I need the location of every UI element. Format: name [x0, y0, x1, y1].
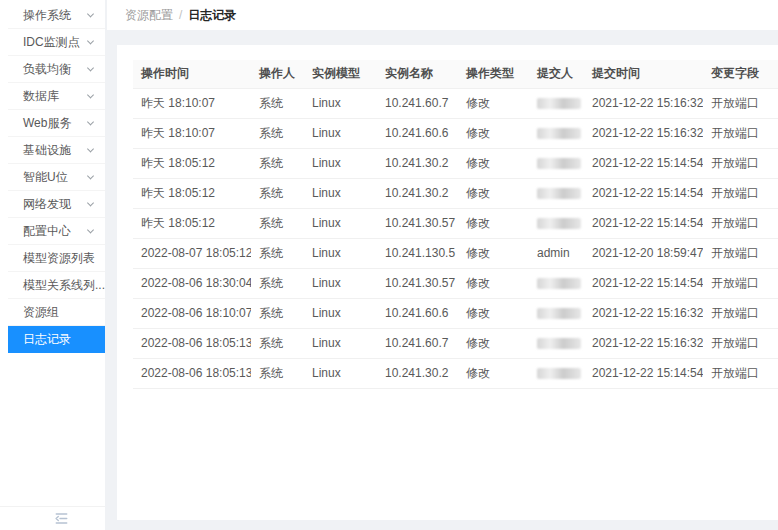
sidebar-item[interactable]: 操作系统	[8, 2, 105, 29]
cell-operator: 系统	[251, 238, 304, 268]
cell-instance-name: 10.241.60.6	[377, 298, 458, 328]
sidebar-item-label: 网络发现	[23, 196, 71, 213]
cell-submitter	[529, 328, 584, 358]
cell-operator: 系统	[251, 148, 304, 178]
column-header-operator: 操作人	[251, 60, 304, 88]
cell-submitter	[529, 358, 584, 388]
cell-instance-model: Linux	[304, 208, 377, 238]
cell-submit-time: 2021-12-22 15:14:54	[584, 268, 703, 298]
cell-instance-model: Linux	[304, 148, 377, 178]
column-header-submit-time: 提交时间	[584, 60, 703, 88]
sidebar-footer	[0, 506, 105, 530]
chevron-down-icon	[87, 91, 94, 98]
sidebar-item[interactable]: 日志记录	[8, 326, 105, 353]
cell-instance-model: Linux	[304, 238, 377, 268]
sidebar-item[interactable]: 资源组	[8, 299, 105, 326]
cell-submitter	[529, 148, 584, 178]
cell-submitter	[529, 118, 584, 148]
breadcrumb-current-page: 日志记录	[188, 7, 236, 24]
cell-operation-time: 昨天 18:10:07	[133, 118, 251, 148]
chevron-down-icon	[87, 199, 94, 206]
column-header-changed-field: 变更字段	[703, 60, 778, 88]
sidebar: 操作系统 IDC监测点 负载均衡 数据库 Web服务	[0, 0, 105, 530]
table-row: 2022-08-06 18:30:04 系统 Linux 10.241.30.5…	[133, 268, 778, 298]
cell-operation-type: 修改	[458, 148, 529, 178]
cell-operator: 系统	[251, 88, 304, 118]
sidebar-item[interactable]: 负载均衡	[8, 56, 105, 83]
sidebar-item-label: IDC监测点	[23, 34, 80, 51]
table-row: 昨天 18:10:07 系统 Linux 10.241.60.6 修改 2021…	[133, 118, 778, 148]
submitter-text	[537, 128, 581, 139]
sidebar-item[interactable]: Web服务	[8, 110, 105, 137]
cell-operation-time: 昨天 18:05:12	[133, 208, 251, 238]
column-header-instance-name: 实例名称	[377, 60, 458, 88]
cell-instance-name: 10.241.30.2	[377, 358, 458, 388]
sidebar-item-label: Web服务	[23, 115, 71, 132]
table-row: 2022-08-06 18:05:13 系统 Linux 10.241.60.7…	[133, 328, 778, 358]
cell-operation-type: 修改	[458, 178, 529, 208]
sidebar-item[interactable]: 智能U位	[8, 164, 105, 191]
cell-instance-model: Linux	[304, 178, 377, 208]
sidebar-item-label: 日志记录	[23, 331, 71, 348]
main-content: 资源配置 / 日志记录 操作时间 操作人 实例模型 实例名称 操作类型 提交人 …	[107, 0, 778, 530]
cell-submit-time: 2021-12-22 15:16:32	[584, 118, 703, 148]
sidebar-item[interactable]: IDC监测点	[8, 29, 105, 56]
sidebar-item-label: 智能U位	[23, 169, 68, 186]
sidebar-item[interactable]: 网络发现	[8, 191, 105, 218]
cell-submit-time: 2021-12-22 15:16:32	[584, 298, 703, 328]
log-table: 操作时间 操作人 实例模型 实例名称 操作类型 提交人 提交时间 变更字段 昨天…	[133, 60, 778, 389]
cell-changed-field: 开放端口	[703, 328, 778, 358]
cell-instance-model: Linux	[304, 88, 377, 118]
sidebar-item-label: 操作系统	[23, 7, 71, 24]
cell-submitter	[529, 208, 584, 238]
column-header-instance-model: 实例模型	[304, 60, 377, 88]
sidebar-item[interactable]: 模型资源列表	[8, 245, 105, 272]
column-header-submitter: 提交人	[529, 60, 584, 88]
sidebar-item-label: 模型资源列表	[23, 250, 95, 267]
sidebar-item-label: 配置中心	[23, 223, 71, 240]
cell-operator: 系统	[251, 328, 304, 358]
sidebar-item[interactable]: 模型关系线列...	[8, 272, 105, 299]
cell-submit-time: 2021-12-22 15:14:54	[584, 148, 703, 178]
breadcrumb-separator: /	[179, 8, 182, 22]
table-row: 2022-08-06 18:10:07 系统 Linux 10.241.60.6…	[133, 298, 778, 328]
cell-operator: 系统	[251, 268, 304, 298]
cell-changed-field: 开放端口	[703, 238, 778, 268]
table-row: 昨天 18:05:12 系统 Linux 10.241.30.2 修改 2021…	[133, 178, 778, 208]
chevron-down-icon	[87, 64, 94, 71]
cell-submit-time: 2021-12-22 15:16:32	[584, 328, 703, 358]
cell-operation-type: 修改	[458, 268, 529, 298]
cell-changed-field: 开放端口	[703, 178, 778, 208]
cell-operation-time: 2022-08-06 18:10:07	[133, 298, 251, 328]
submitter-text	[537, 338, 581, 349]
sidebar-item[interactable]: 数据库	[8, 83, 105, 110]
cell-submit-time: 2021-12-22 15:14:54	[584, 178, 703, 208]
chevron-down-icon	[87, 118, 94, 125]
cell-submit-time: 2021-12-22 15:16:32	[584, 88, 703, 118]
table-row: 2022-08-06 18:05:13 系统 Linux 10.241.30.2…	[133, 358, 778, 388]
cell-operation-time: 2022-08-07 18:05:12	[133, 238, 251, 268]
submitter-text	[537, 218, 581, 229]
cell-operator: 系统	[251, 178, 304, 208]
chevron-down-icon	[87, 37, 94, 44]
cell-submitter	[529, 88, 584, 118]
cell-instance-name: 10.241.30.2	[377, 178, 458, 208]
cell-operation-time: 昨天 18:05:12	[133, 148, 251, 178]
submitter-text	[537, 98, 581, 109]
cell-instance-name: 10.241.130.5	[377, 238, 458, 268]
cell-operation-time: 2022-08-06 18:05:13	[133, 328, 251, 358]
cell-operation-type: 修改	[458, 298, 529, 328]
cell-operator: 系统	[251, 208, 304, 238]
cell-operation-time: 昨天 18:10:07	[133, 88, 251, 118]
cell-changed-field: 开放端口	[703, 268, 778, 298]
menu-fold-icon[interactable]	[54, 511, 69, 526]
cell-operation-type: 修改	[458, 238, 529, 268]
cell-instance-name: 10.241.60.7	[377, 328, 458, 358]
sidebar-item[interactable]: 配置中心	[8, 218, 105, 245]
cell-instance-model: Linux	[304, 298, 377, 328]
cell-operator: 系统	[251, 298, 304, 328]
sidebar-item[interactable]: 基础设施	[8, 137, 105, 164]
sidebar-item-label: 负载均衡	[23, 61, 71, 78]
cell-submitter: admin	[529, 238, 584, 268]
breadcrumb-section[interactable]: 资源配置	[125, 7, 173, 24]
